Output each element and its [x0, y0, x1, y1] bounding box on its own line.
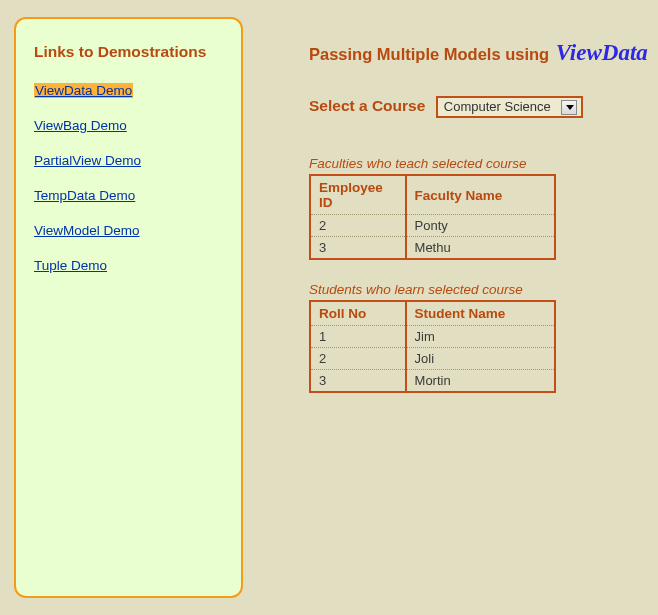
cell: 2 [310, 215, 406, 237]
cell: Ponty [406, 215, 555, 237]
page-title-keyword: ViewData [556, 40, 648, 65]
table-row: 2 Joli [310, 348, 555, 370]
students-table: Roll No Student Name 1 Jim 2 Joli 3 Mort… [309, 300, 556, 393]
sidebar-link-partialview[interactable]: PartialView Demo [34, 153, 141, 168]
faculties-col-employee-id: Employee ID [310, 175, 406, 215]
course-select[interactable]: Computer Science [436, 96, 584, 118]
students-col-student-name: Student Name [406, 301, 555, 326]
course-select-label: Select a Course [309, 97, 425, 114]
sidebar-link-tuple[interactable]: Tuple Demo [34, 258, 107, 273]
table-row: 1 Jim [310, 326, 555, 348]
table-header-row: Employee ID Faculty Name [310, 175, 555, 215]
sidebar-title: Links to Demostrations [34, 43, 225, 61]
cell: 2 [310, 348, 406, 370]
students-caption: Students who learn selected course [309, 282, 650, 297]
main-content: Passing Multiple Models using ViewData S… [243, 0, 658, 615]
cell: 3 [310, 237, 406, 260]
faculties-col-faculty-name: Faculty Name [406, 175, 555, 215]
chevron-down-icon[interactable] [561, 100, 577, 115]
students-col-roll-no: Roll No [310, 301, 406, 326]
cell: 3 [310, 370, 406, 393]
faculties-caption: Faculties who teach selected course [309, 156, 650, 171]
cell: Joli [406, 348, 555, 370]
cell: Mortin [406, 370, 555, 393]
page-title: Passing Multiple Models using ViewData [309, 40, 650, 66]
sidebar-link-viewmodel[interactable]: ViewModel Demo [34, 223, 140, 238]
table-row: 3 Mortin [310, 370, 555, 393]
cell: Methu [406, 237, 555, 260]
sidebar-link-viewbag[interactable]: ViewBag Demo [34, 118, 127, 133]
table-row: 2 Ponty [310, 215, 555, 237]
sidebar-link-tempdata[interactable]: TempData Demo [34, 188, 135, 203]
page-title-prefix: Passing Multiple Models using [309, 45, 549, 63]
cell: Jim [406, 326, 555, 348]
sidebar-link-viewdata[interactable]: ViewData Demo [34, 83, 133, 98]
course-select-value: Computer Science [444, 99, 554, 114]
course-select-row: Select a Course Computer Science [309, 96, 650, 118]
faculties-table: Employee ID Faculty Name 2 Ponty 3 Methu [309, 174, 556, 260]
app-container: Links to Demostrations ViewData Demo Vie… [0, 0, 658, 615]
sidebar: Links to Demostrations ViewData Demo Vie… [14, 17, 243, 598]
table-row: 3 Methu [310, 237, 555, 260]
cell: 1 [310, 326, 406, 348]
table-header-row: Roll No Student Name [310, 301, 555, 326]
